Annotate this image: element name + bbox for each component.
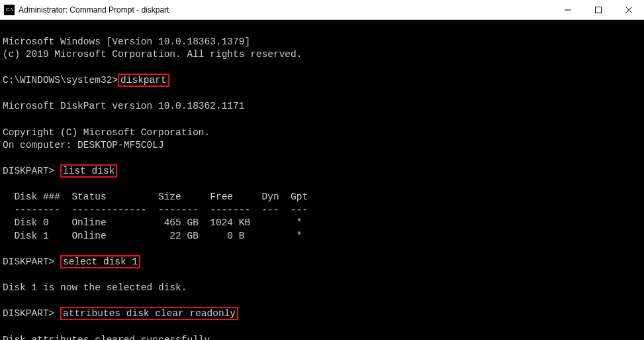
- copyright-line: (c) 2019 Microsoft Corporation. All righ…: [3, 49, 302, 60]
- command-prompt-window: C:\ Administrator: Command Prompt - disk…: [0, 0, 644, 340]
- command-list-disk: list disk: [60, 164, 117, 178]
- close-button[interactable]: [614, 0, 644, 19]
- prompt-line: DISKPART> select disk 1: [3, 255, 140, 268]
- prompt-line: DISKPART> attributes disk clear readonly: [3, 307, 238, 320]
- diskpart-copyright: Copyright (C) Microsoft Corporation.: [3, 127, 210, 138]
- maximize-button[interactable]: [583, 0, 614, 19]
- table-divider: -------- ------------- ------- ------- -…: [3, 205, 308, 215]
- computer-name: On computer: DESKTOP-MF5C0LJ: [3, 140, 164, 150]
- titlebar[interactable]: C:\ Administrator: Command Prompt - disk…: [0, 0, 644, 20]
- command-diskpart: diskpart: [118, 74, 169, 87]
- table-header: Disk ### Status Size Free Dyn Gpt: [3, 192, 308, 202]
- table-row: Disk 1 Online 22 GB 0 B *: [3, 231, 302, 241]
- svg-rect-1: [596, 7, 602, 13]
- version-line: Microsoft Windows [Version 10.0.18363.13…: [3, 36, 250, 47]
- minimize-button[interactable]: [553, 0, 583, 19]
- window-title: Administrator: Command Prompt - diskpart: [19, 5, 553, 15]
- diskpart-version: Microsoft DiskPart version 10.0.18362.11…: [3, 101, 244, 111]
- cmd-icon-text: C:\: [6, 7, 13, 13]
- prompt-line: C:\WINDOWS\system32>diskpart: [3, 74, 169, 87]
- cmd-icon: C:\: [4, 5, 15, 15]
- command-select-disk: select disk 1: [60, 255, 140, 268]
- table-row: Disk 0 Online 465 GB 1024 KB *: [3, 217, 302, 228]
- prompt-prefix: DISKPART>: [3, 308, 60, 319]
- selected-message: Disk 1 is now the selected disk.: [3, 282, 187, 293]
- command-attributes-clear: attributes disk clear readonly: [60, 307, 238, 320]
- prompt-prefix: DISKPART>: [3, 166, 60, 176]
- window-controls: [553, 0, 644, 19]
- prompt-prefix: C:\WINDOWS\system32>: [3, 75, 118, 85]
- terminal-output[interactable]: Microsoft Windows [Version 10.0.18363.13…: [0, 20, 644, 340]
- cleared-message: Disk attributes cleared successfully.: [3, 335, 216, 341]
- prompt-prefix: DISKPART>: [3, 256, 60, 267]
- prompt-line: DISKPART> list disk: [3, 164, 117, 178]
